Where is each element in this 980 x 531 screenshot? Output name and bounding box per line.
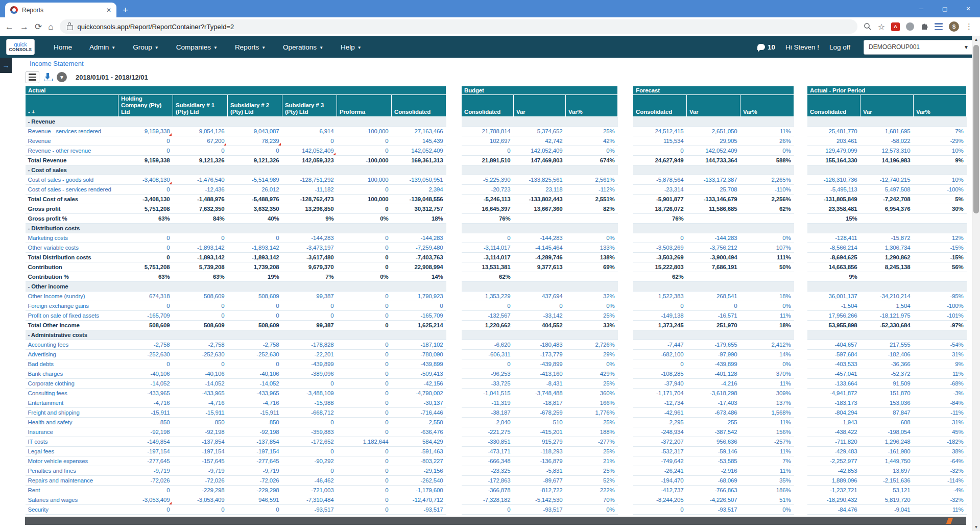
scroll-up-icon[interactable]: ▲ (972, 36, 980, 43)
comment-marker[interactable] (169, 502, 172, 504)
window-minimize-button[interactable]: ─ (910, 0, 933, 17)
sidebar-expand-toggle[interactable]: → (0, 58, 12, 73)
row-label[interactable]: Penalties and fines (26, 466, 118, 475)
row-label[interactable]: Corporate clothing (26, 378, 118, 388)
cell: -433,965 (228, 388, 282, 398)
cell: -803,227 (392, 456, 446, 466)
collapse-expand-controls[interactable]: - + (26, 95, 118, 117)
cell: -12,740,215 (861, 175, 914, 184)
reload-icon[interactable]: ⟳ (35, 22, 42, 31)
list-extension-icon[interactable] (935, 23, 943, 30)
bookmark-star-icon[interactable]: ☆ (878, 22, 885, 32)
export-circle-icon[interactable]: ▼ (57, 72, 67, 82)
row-label[interactable]: Insurance (26, 427, 118, 437)
cell (337, 116, 392, 126)
row-label[interactable]: IT costs (26, 437, 118, 446)
row-label[interactable]: Rent (26, 485, 118, 495)
chat-indicator[interactable]: 10 (757, 43, 775, 51)
url-bar[interactable]: quickconsols.app/Report/ReportContainer?… (60, 19, 857, 34)
cell: -100% (914, 184, 967, 194)
group-select[interactable]: DEMOGROUP001 ▼ (864, 40, 974, 55)
cell (514, 272, 566, 281)
cell[interactable]: -3,408,130 (118, 175, 173, 184)
cell: 0 (337, 252, 392, 262)
cell: 508,609 (228, 320, 282, 330)
vertical-scrollbar-thumb[interactable] (973, 45, 979, 213)
scroll-down-icon[interactable]: ▼ (972, 523, 980, 531)
cell (462, 281, 514, 291)
logoff-button[interactable]: Log off (829, 43, 850, 51)
row-label[interactable]: Cost of sales - services rendered (26, 184, 118, 194)
nav-item-group[interactable]: Group▼ (124, 43, 167, 51)
row-label[interactable]: Health and safety (26, 417, 118, 427)
cell[interactable]: 78,239 (228, 136, 282, 146)
window-maximize-button[interactable]: ▢ (933, 0, 957, 17)
browser-menu-icon[interactable]: ⋮ (965, 22, 973, 31)
puzzle-extensions-icon[interactable] (920, 22, 928, 31)
comment-marker[interactable] (224, 143, 226, 146)
row-label[interactable]: Entertainment (26, 398, 118, 407)
cell[interactable]: 142,052,409 (282, 146, 337, 155)
comment-marker[interactable] (333, 153, 336, 155)
row-label[interactable]: Advertising (26, 349, 118, 359)
row-label[interactable]: Legal fees (26, 446, 118, 456)
back-icon[interactable]: ← (5, 22, 14, 31)
row-label[interactable]: Consulting fees (26, 388, 118, 398)
zoom-icon[interactable] (864, 22, 872, 31)
cell: -7,403,763 (392, 252, 446, 262)
cell (566, 281, 618, 291)
nav-item-companies[interactable]: Companies▼ (168, 43, 226, 51)
comment-marker[interactable] (169, 182, 172, 184)
row-label[interactable]: Other Income (sundry) (26, 291, 118, 301)
row-label[interactable]: Freight and shipping (26, 407, 118, 417)
row-label[interactable]: Foreign exchange gains (26, 301, 118, 310)
home-icon[interactable]: ⌂ (48, 22, 53, 31)
new-tab-button[interactable]: + (123, 5, 128, 15)
column-header: Var (687, 95, 740, 117)
cell[interactable]: -3,053,409 (118, 495, 173, 504)
horizontal-scrollbar[interactable] (25, 517, 966, 525)
report-title[interactable]: Income Statement (30, 60, 84, 67)
row-label[interactable]: Repairs and maintenance (26, 475, 118, 485)
quickconsols-logo[interactable]: quick CONSOLS (6, 39, 35, 55)
cell: -4,716 (173, 398, 228, 407)
row-label[interactable]: Accounting fees (26, 340, 118, 349)
cell: 2,651,050 (687, 126, 740, 136)
nav-item-admin[interactable]: Admin▼ (81, 43, 124, 51)
row-label[interactable]: Revenue - other revenue (26, 146, 118, 155)
cell (514, 213, 566, 223)
row-label[interactable]: Other variable costs (26, 243, 118, 252)
vertical-scrollbar[interactable]: ▲ ▼ (972, 36, 980, 531)
comment-marker[interactable] (278, 143, 281, 146)
forward-icon[interactable]: → (20, 22, 29, 31)
row-label[interactable]: Bad debts (26, 359, 118, 369)
row-label[interactable]: Security (26, 504, 118, 514)
profile-avatar[interactable]: S (949, 21, 959, 32)
cell[interactable]: 9,159,338 (118, 126, 173, 136)
nav-item-reports[interactable]: Reports▼ (226, 43, 274, 51)
row-label[interactable]: Profit on sale of fixed assets (26, 310, 118, 320)
nav-item-home[interactable]: Home (45, 43, 81, 51)
nav-item-operations[interactable]: Operations▼ (274, 43, 332, 51)
cell: 0 (462, 233, 514, 243)
window-close-button[interactable]: ✕ (957, 0, 980, 17)
row-label[interactable]: Revenue - services rendered (26, 126, 118, 136)
cell: -149,138 (633, 310, 687, 320)
row-label[interactable]: Bank charges (26, 369, 118, 378)
tab-close-icon[interactable]: ✕ (106, 7, 111, 14)
row-label[interactable]: Salaries and wages (26, 495, 118, 504)
report-menu-button[interactable] (26, 71, 39, 83)
cell (740, 281, 794, 291)
extension-icon[interactable] (906, 22, 914, 31)
nav-item-help[interactable]: Help▼ (332, 43, 370, 51)
pdf-extension-icon[interactable]: A (891, 22, 900, 31)
row-label[interactable]: Marketing costs (26, 233, 118, 243)
greeting-text[interactable]: Hi Steven ! (785, 43, 819, 51)
browser-tab[interactable]: Reports ✕ (5, 3, 116, 17)
row-label[interactable]: Revenue (26, 136, 118, 146)
row-label[interactable]: Cost of sales - goods sold (26, 175, 118, 184)
cell[interactable]: 67,200 (173, 136, 228, 146)
row-label[interactable]: Motor vehicle expenses (26, 456, 118, 466)
comment-marker[interactable] (169, 133, 172, 136)
download-icon[interactable] (44, 73, 52, 81)
